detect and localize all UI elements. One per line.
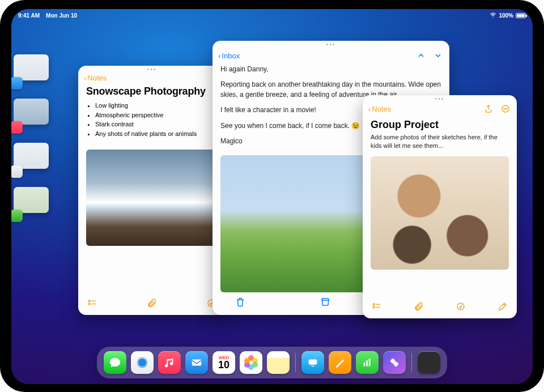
mail-greeting: Hi again Danny,	[220, 65, 441, 74]
archive-icon[interactable]	[320, 297, 330, 309]
dock: WED 10	[97, 347, 447, 378]
photos-flower-icon	[244, 356, 258, 369]
note-title: Group Project	[363, 117, 517, 133]
screen: 9:41 AM Mon Jun 10 100%	[11, 9, 533, 384]
attachment-icon[interactable]	[414, 301, 424, 314]
calendar-day-num: 10	[218, 360, 230, 369]
checklist-icon[interactable]	[87, 298, 97, 310]
notes2-topbar: ‹ Notes	[363, 103, 517, 117]
svg-rect-21	[311, 366, 314, 367]
back-button[interactable]: ‹ Notes	[368, 105, 391, 113]
list-item: Stark contrast	[95, 120, 218, 129]
more-icon[interactable]	[500, 103, 511, 114]
music-app-icon	[11, 121, 23, 134]
svg-point-7	[505, 108, 505, 109]
note-text: Add some photos of their sketches here, …	[363, 133, 517, 154]
svg-rect-23	[366, 360, 368, 366]
handle-dots-icon: •••	[147, 67, 157, 73]
status-date: Mon Jun 10	[46, 12, 77, 19]
dock-app-messages[interactable]	[104, 351, 126, 374]
list-item: Any shots of native plants or animals	[95, 129, 218, 139]
back-label: Inbox	[222, 52, 240, 60]
dock-app-music[interactable]	[158, 351, 181, 374]
battery-pct: 100%	[499, 12, 513, 19]
svg-point-8	[507, 108, 507, 109]
mail-topbar: ‹ Inbox	[212, 49, 449, 63]
svg-rect-22	[364, 363, 366, 366]
svg-point-2	[88, 303, 90, 305]
svg-rect-19	[192, 360, 202, 366]
notes-window-group-project[interactable]: ••• ‹ Notes Group Project Add some photo…	[363, 95, 517, 318]
status-time: 9:41 AM	[18, 12, 40, 19]
notes2-toolbar	[363, 298, 517, 318]
back-button[interactable]: ‹ Inbox	[218, 52, 240, 60]
status-bar: 9:41 AM Mon Jun 10 100%	[11, 9, 533, 20]
dock-app-calendar[interactable]: WED 10	[212, 351, 235, 374]
dock-app-safari[interactable]	[131, 351, 154, 374]
note-photo[interactable]	[86, 150, 218, 246]
stage-manager-strip	[14, 54, 57, 219]
stage-item-files[interactable]	[14, 143, 53, 174]
ipad-frame: 9:41 AM Mon Jun 10 100%	[0, 0, 544, 392]
list-item: Atmospheric perspective	[95, 110, 218, 120]
notes1-topbar: ‹ Notes	[78, 74, 226, 84]
window-handle[interactable]: •••	[212, 41, 449, 49]
note-bullet-list: Low lighting Atmospheric perspective Sta…	[78, 101, 226, 138]
dock-separator	[295, 353, 296, 372]
back-label: Notes	[372, 105, 391, 113]
svg-rect-20	[309, 360, 317, 365]
dock-app-tv[interactable]	[301, 351, 324, 374]
dock-app-numbers[interactable]	[356, 351, 379, 374]
battery-icon	[516, 13, 526, 18]
svg-point-0	[88, 300, 90, 302]
dock-app-mail[interactable]	[185, 351, 208, 374]
markup-icon[interactable]	[456, 301, 466, 314]
checklist-icon[interactable]	[372, 301, 382, 314]
mail-app-icon	[11, 77, 23, 90]
note-photo[interactable]	[371, 156, 509, 270]
note-title: Snowscape Photography	[78, 84, 226, 101]
svg-point-9	[373, 304, 375, 305]
notes1-toolbar	[78, 295, 226, 315]
chevron-left-icon: ‹	[218, 52, 220, 60]
compose-icon[interactable]	[498, 301, 508, 314]
handle-dots-icon: •••	[326, 42, 336, 48]
list-item: Low lighting	[95, 101, 218, 110]
notes-window-snowscape[interactable]: ••• ‹ Notes Snowscape Photography Low li…	[78, 66, 226, 315]
dock-app-shortcuts[interactable]	[383, 351, 406, 374]
files-app-icon	[11, 165, 23, 178]
svg-point-16	[138, 359, 147, 367]
dock-app-photos[interactable]	[240, 351, 262, 374]
attachment-icon[interactable]	[147, 298, 157, 310]
share-icon[interactable]	[483, 103, 494, 114]
stage-item-maps[interactable]	[14, 187, 53, 219]
chevron-left-icon: ‹	[84, 74, 86, 82]
dock-separator	[411, 353, 412, 372]
window-handle[interactable]: •••	[78, 66, 226, 74]
wifi-icon	[490, 11, 496, 19]
maps-app-icon	[11, 210, 23, 222]
svg-point-6	[504, 108, 504, 109]
dock-app-library[interactable]	[418, 351, 440, 374]
svg-rect-24	[369, 359, 371, 367]
trash-icon[interactable]	[235, 297, 245, 309]
handle-dots-icon: •••	[435, 96, 445, 102]
status-left: 9:41 AM Mon Jun 10	[18, 12, 77, 19]
stage-item-music[interactable]	[14, 99, 53, 130]
stage-item-mail[interactable]	[14, 54, 53, 86]
chevron-left-icon: ‹	[368, 105, 371, 113]
status-right: 100%	[490, 11, 526, 19]
dock-app-pages[interactable]	[329, 351, 351, 374]
window-handle[interactable]: •••	[363, 95, 517, 103]
dock-app-notes[interactable]	[267, 351, 290, 374]
back-button[interactable]: ‹ Notes	[84, 74, 107, 82]
svg-point-11	[373, 306, 375, 308]
next-message-button[interactable]	[432, 50, 444, 61]
prev-message-button[interactable]	[415, 50, 427, 61]
back-label: Notes	[87, 74, 107, 82]
